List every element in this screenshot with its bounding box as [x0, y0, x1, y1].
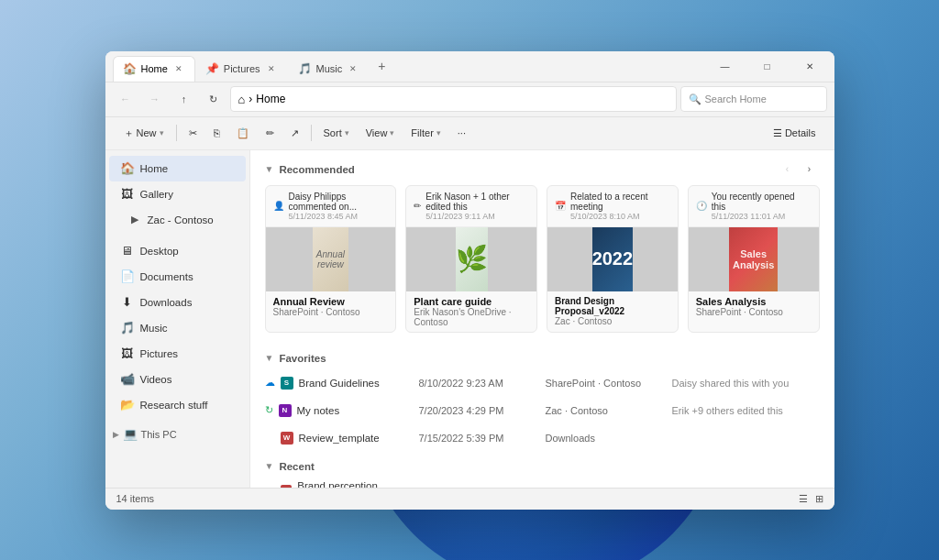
rec-card-brand-design[interactable]: 📅 Related to a recent meeting 5/10/2023 … [547, 185, 679, 333]
details-button[interactable]: ☰ Details [766, 121, 823, 145]
minimize-button[interactable]: — [704, 51, 746, 82]
rec-card-3-user-icon: 📅 [555, 201, 566, 211]
up-button[interactable]: ↑ [171, 86, 197, 112]
back-button[interactable]: ← [113, 86, 138, 112]
sidebar-item-downloads[interactable]: ⬇ Downloads 📌 [109, 290, 246, 315]
search-icon: 🔍 [689, 93, 701, 105]
rec-next-button[interactable]: › [800, 159, 820, 180]
plant-care-thumbnail: 🌿 [456, 227, 488, 291]
rec-card-sales-analysis[interactable]: 🕐 You recently opened this 5/11/2023 11:… [688, 185, 820, 333]
maximize-button[interactable]: □ [746, 51, 789, 82]
sidebar-item-music[interactable]: 🎵 Music 📌 [109, 315, 246, 341]
tab-music[interactable]: 🎵 Music ✕ [288, 56, 370, 82]
brand-perception-name: ☁ W Brand perception research [265, 480, 412, 488]
review-template-name: W Review_template [265, 432, 412, 445]
favorites-row-review-template[interactable]: W Review_template 7/15/2022 5:39 PM Down… [258, 424, 827, 452]
copy-button[interactable]: ⎘ [206, 121, 227, 145]
sidebar-documents-label: Documents [140, 271, 193, 282]
rec-card-plant-care[interactable]: ✏ Erik Nason + 1 other edited this 5/11/… [405, 185, 537, 333]
list-view-icon[interactable]: ☰ [799, 493, 808, 505]
rec-card-1-action: Daisy Philipps commented on... [289, 192, 389, 212]
rec-card-4-title: Sales Analysis [696, 296, 812, 307]
recent-row-brand-perception[interactable]: ☁ W Brand perception research 8/2/2022 1… [258, 478, 827, 488]
sidebar-item-pictures[interactable]: 🖼 Pictures 📌 [109, 341, 246, 367]
new-tab-button[interactable]: + [370, 54, 393, 78]
brand-guidelines-cloud-icon: ☁ [265, 377, 275, 389]
music-tab-close[interactable]: ✕ [347, 62, 359, 75]
main-layout: 🏠 Home 🖼 Gallery ▶ Zac - Contoso 🖥 Deskt… [105, 150, 834, 488]
sidebar-item-videos[interactable]: 📹 Videos 📌 [109, 367, 246, 392]
search-placeholder: Search Home [705, 93, 767, 104]
home-tab-close[interactable]: ✕ [172, 62, 185, 75]
item-count: 14 items [116, 493, 155, 504]
sidebar-videos-label: Videos [140, 374, 172, 385]
content-area: ▼ Recommended ‹ › 👤 Daisy Philipps comme… [250, 150, 834, 488]
tab-home[interactable]: 🏠 Home ✕ [113, 56, 195, 82]
sidebar-this-pc-header[interactable]: ▶ 💻 This PC [105, 423, 249, 445]
new-chevron: ▾ [160, 128, 164, 137]
paste-button[interactable]: 📋 [229, 121, 257, 145]
brand-design-thumbnail: 2022 [592, 227, 634, 291]
rec-card-1-footer: Annual Review SharePoint · Contoso [266, 291, 396, 322]
desktop-icon: 🖥 [120, 244, 135, 258]
this-pc-icon: 💻 [123, 427, 138, 442]
statusbar-right: ☰ ⊞ [799, 493, 823, 505]
rec-card-3-action: Related to a recent meeting [570, 192, 670, 212]
rename-button[interactable]: ✏ [259, 121, 282, 145]
sidebar-music-label: Music [140, 323, 168, 334]
my-notes-date: 7/20/2023 4:29 PM [419, 405, 538, 416]
favorites-row-brand-guidelines[interactable]: ☁ S Brand Guidelines 8/10/2022 9:23 AM S… [258, 369, 827, 397]
recent-section-label: Recent [279, 461, 314, 472]
sidebar-item-documents[interactable]: 📄 Documents 📌 [109, 264, 246, 290]
pictures-tab-label: Pictures [224, 63, 260, 74]
sort-button[interactable]: Sort ▾ [316, 121, 357, 145]
home-icon: ⌂ [238, 93, 246, 106]
refresh-button[interactable]: ↻ [201, 86, 226, 112]
rec-card-2-header: ✏ Erik Nason + 1 other edited this 5/11/… [406, 186, 536, 227]
rec-card-annual-review[interactable]: 👤 Daisy Philipps commented on... 5/11/20… [265, 185, 397, 333]
rec-card-4-footer: Sales Analysis SharePoint · Contoso [689, 291, 819, 322]
favorites-row-my-notes[interactable]: ↻ N My notes 7/20/2023 4:29 PM Zac · Con… [258, 397, 827, 424]
recommended-nav: ‹ › [778, 159, 820, 180]
sidebar-home-label: Home [140, 163, 169, 174]
rec-card-4-user-icon: 🕐 [696, 201, 707, 211]
sidebar-item-home[interactable]: 🏠 Home [109, 156, 246, 181]
rec-card-4-action: You recently opened this [712, 192, 812, 212]
rec-card-4-thumb: SalesAnalysis [689, 227, 819, 291]
zac-contoso-icon: ▶ [127, 213, 142, 227]
sidebar-item-desktop[interactable]: 🖥 Desktop 📌 [109, 238, 246, 264]
recommended-cards: 👤 Daisy Philipps commented on... 5/11/20… [250, 185, 834, 344]
new-button[interactable]: ＋ New ▾ [116, 121, 171, 145]
cut-button[interactable]: ✂ [182, 121, 204, 145]
rec-card-4-date: 5/11/2023 11:01 AM [712, 212, 812, 221]
forward-button[interactable]: → [142, 86, 168, 112]
tab-pictures[interactable]: 📌 Pictures ✕ [195, 56, 288, 82]
file-explorer-window: 🏠 Home ✕ 📌 Pictures ✕ 🎵 Music ✕ + — □ ✕ [105, 51, 834, 510]
rec-card-1-user-icon: 👤 [273, 201, 284, 211]
details-view-icon[interactable]: ⊞ [815, 493, 823, 505]
sidebar-pictures-label: Pictures [140, 348, 179, 359]
brand-guidelines-date: 8/10/2022 9:23 AM [419, 378, 538, 389]
sidebar-item-gallery[interactable]: 🖼 Gallery [109, 181, 246, 207]
search-box[interactable]: 🔍 Search Home [680, 86, 827, 112]
address-path[interactable]: ⌂ › Home [230, 86, 677, 112]
rec-prev-button[interactable]: ‹ [778, 159, 798, 180]
sidebar-item-research[interactable]: 📂 Research stuff [109, 392, 246, 418]
more-button[interactable]: ··· [450, 121, 473, 145]
sales-analysis-thumbnail: SalesAnalysis [729, 227, 778, 291]
sort-label: Sort [324, 127, 342, 138]
rec-card-1-thumb: Annualreview [266, 227, 396, 291]
close-button[interactable]: ✕ [789, 51, 831, 82]
view-button[interactable]: View ▾ [359, 121, 403, 145]
toolbar: ＋ New ▾ ✂ ⎘ 📋 ✏ ↗ Sort ▾ View ▾ Filter ▾… [105, 117, 834, 150]
videos-icon: 📹 [120, 372, 135, 387]
review-template-location: Downloads [546, 433, 665, 444]
brand-guidelines-location: SharePoint · Contoso [546, 378, 665, 389]
pictures-tab-close[interactable]: ✕ [265, 62, 278, 75]
share-button[interactable]: ↗ [283, 121, 306, 145]
sidebar-gallery-label: Gallery [140, 189, 173, 200]
current-path-label: Home [256, 93, 285, 105]
filter-button[interactable]: Filter ▾ [403, 121, 447, 145]
new-icon: ＋ [124, 126, 134, 140]
sidebar-item-zac-contoso[interactable]: ▶ Zac - Contoso [109, 207, 246, 233]
